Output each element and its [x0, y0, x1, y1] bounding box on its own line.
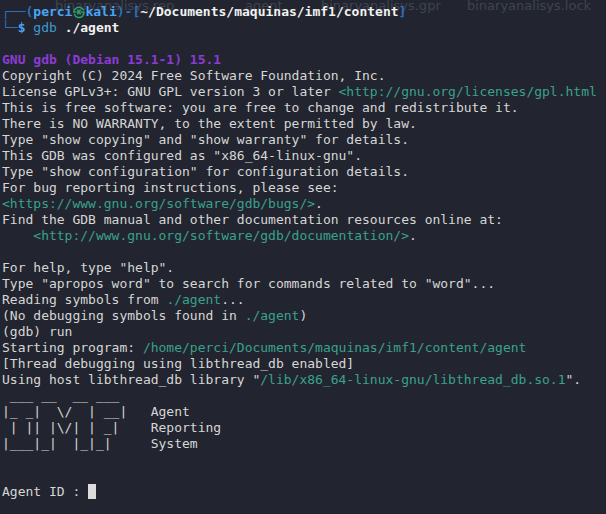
terminal-text-segment: (gdb) run: [2, 324, 72, 339]
terminal-text-segment: Agent ID :: [2, 484, 88, 499]
terminal-line: [2, 36, 597, 52]
terminal-text-segment: (No debugging symbols found in: [2, 308, 245, 323]
terminal-line: Using host libthread_db library "/lib/x8…: [2, 372, 597, 388]
terminal-line: ┌──(perci㉿kali)-[~/Documents/maquinas/im…: [2, 4, 597, 20]
terminal-text-segment: GNU gdb (Debian 15.1-1) 15.1: [2, 52, 221, 67]
terminal-text-segment: kali: [85, 4, 116, 19]
terminal-line: [2, 452, 597, 468]
terminal-text-segment: Type "apropos word" to search for comman…: [2, 276, 495, 291]
terminal-text-segment: $: [18, 20, 34, 35]
terminal-text-segment: There is NO WARRANTY, to the extent perm…: [2, 116, 417, 131]
terminal-text-segment: <https://www.gnu.org/software/gdb/bugs/>: [2, 196, 315, 211]
terminal-line: [Thread debugging using libthread_db ena…: [2, 356, 597, 372]
terminal-text-segment: ]: [399, 4, 407, 19]
block-cursor[interactable]: [88, 484, 96, 499]
terminal-text-segment: For help, type "help".: [2, 260, 174, 275]
terminal-output: ┌──(perci㉿kali)-[~/Documents/maquinas/im…: [2, 4, 597, 500]
terminal-line: Reading symbols from ./agent...: [2, 292, 597, 308]
terminal-line: This is free software: you are free to c…: [2, 100, 597, 116]
terminal-text-segment: Using host libthread_db library ": [2, 372, 260, 387]
terminal-text-segment: ~/Documents/maquinas/imf1/content: [140, 4, 398, 19]
terminal-text-segment: Copyright (C) 2024 Free Software Foundat…: [2, 68, 386, 83]
terminal-line: License GPLv3+: GNU GPL version 3 or lat…: [2, 84, 597, 100]
terminal-text-segment: |___|_| |_|_| System: [2, 436, 198, 451]
terminal-text-segment: └─: [2, 20, 18, 35]
terminal-text-segment: For bug reporting instructions, please s…: [2, 180, 339, 195]
terminal-text-segment: ___ __ __ ___: [2, 388, 119, 403]
terminal-line: Starting program: /home/perci/Documents/…: [2, 340, 597, 356]
terminal-line: | || |\/| | _| Reporting: [2, 420, 597, 436]
terminal-line: Type "apropos word" to search for comman…: [2, 276, 597, 292]
terminal-line: There is NO WARRANTY, to the extent perm…: [2, 116, 597, 132]
terminal-text-segment: gdb: [33, 20, 64, 35]
terminal-line: Find the GDB manual and other documentat…: [2, 212, 597, 228]
terminal-line: This GDB was configured as "x86_64-linux…: [2, 148, 597, 164]
terminal-text-segment: [Thread debugging using libthread_db ena…: [2, 356, 354, 371]
terminal-text-segment: /lib/x86_64-linux-gnu/libthread_db.so.1: [260, 372, 565, 387]
terminal-text-segment: .: [409, 228, 417, 243]
terminal-text-segment: ...: [221, 292, 244, 307]
terminal-line: |___|_| |_|_| System: [2, 436, 597, 452]
terminal-text-segment: ┌──(: [2, 4, 33, 19]
terminal-text-segment: This GDB was configured as "x86_64-linux…: [2, 148, 362, 163]
terminal-text-segment: .: [315, 196, 323, 211]
terminal-line: <https://www.gnu.org/software/gdb/bugs/>…: [2, 196, 597, 212]
terminal-line: [2, 244, 597, 260]
terminal-text-segment: | || |\/| | _| Reporting: [2, 420, 221, 435]
terminal-text-segment: ./agent: [245, 308, 300, 323]
terminal-text-segment: ): [299, 308, 307, 323]
terminal-line: For help, type "help".: [2, 260, 597, 276]
terminal-line: [2, 468, 597, 484]
terminal-line: Type "show copying" and "show warranty" …: [2, 132, 597, 148]
terminal-text-segment: ./agent: [65, 20, 120, 35]
terminal-text-segment: This is free software: you are free to c…: [2, 100, 519, 115]
terminal-text-segment: <http://www.gnu.org/software/gdb/documen…: [33, 228, 409, 243]
terminal-text-segment: ".: [566, 372, 582, 387]
terminal-line: Type "show configuration" for configurat…: [2, 164, 597, 180]
terminal-text-segment: Reading symbols from: [2, 292, 166, 307]
agent-id-input-line[interactable]: Agent ID :: [2, 484, 597, 500]
terminal-text-segment: perci: [33, 4, 72, 19]
terminal-text-segment: Type "show configuration" for configurat…: [2, 164, 409, 179]
terminal-text-segment: Type "show copying" and "show warranty" …: [2, 132, 409, 147]
terminal-text-segment: [2, 228, 33, 243]
terminal-line: Copyright (C) 2024 Free Software Foundat…: [2, 68, 597, 84]
terminal-text-segment: )-[: [117, 4, 140, 19]
terminal-text-segment: |_ _| \/ | __| Agent: [2, 404, 190, 419]
terminal-text-segment: ㉿: [72, 4, 85, 19]
terminal-text-segment: ./agent: [166, 292, 221, 307]
terminal-line: |_ _| \/ | __| Agent: [2, 404, 597, 420]
terminal-text-segment: /home/perci/Documents/maquinas/imf1/cont…: [143, 340, 527, 355]
terminal-line: For bug reporting instructions, please s…: [2, 180, 597, 196]
terminal-window: binaryanalisys.rep agent binaryanalisys.…: [0, 0, 606, 514]
terminal-line: (gdb) run: [2, 324, 597, 340]
terminal-line: (No debugging symbols found in ./agent): [2, 308, 597, 324]
terminal-line: ___ __ __ ___: [2, 388, 597, 404]
terminal-text-segment: License GPLv3+: GNU GPL version 3 or lat…: [2, 84, 339, 99]
terminal-text-segment: <http://gnu.org/licenses/gpl.html: [339, 84, 597, 99]
terminal-line: GNU gdb (Debian 15.1-1) 15.1: [2, 52, 597, 68]
terminal-line: └─$ gdb ./agent: [2, 20, 597, 36]
terminal-text-segment: Find the GDB manual and other documentat…: [2, 212, 503, 227]
terminal-text-segment: Starting program:: [2, 340, 143, 355]
terminal-line: <http://www.gnu.org/software/gdb/documen…: [2, 228, 597, 244]
